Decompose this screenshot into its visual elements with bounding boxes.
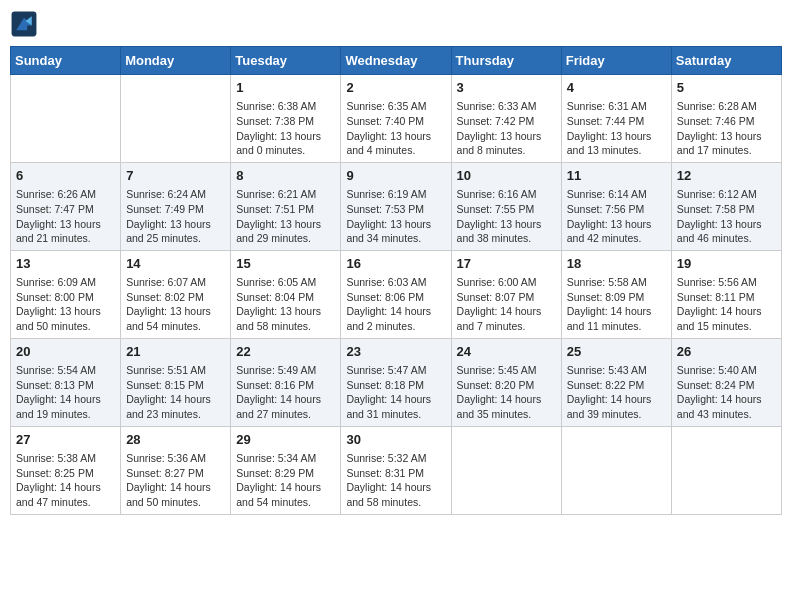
day-number: 25 <box>567 343 666 361</box>
day-number: 22 <box>236 343 335 361</box>
day-info: Sunrise: 6:03 AM <box>346 275 445 290</box>
weekday-header-friday: Friday <box>561 47 671 75</box>
calendar-cell: 27Sunrise: 5:38 AMSunset: 8:25 PMDayligh… <box>11 426 121 514</box>
day-info: Daylight: 14 hours and 43 minutes. <box>677 392 776 421</box>
day-number: 5 <box>677 79 776 97</box>
day-info: Daylight: 13 hours and 34 minutes. <box>346 217 445 246</box>
day-info: Sunrise: 6:19 AM <box>346 187 445 202</box>
day-info: Sunrise: 6:33 AM <box>457 99 556 114</box>
logo-icon <box>10 10 38 38</box>
day-number: 9 <box>346 167 445 185</box>
day-number: 14 <box>126 255 225 273</box>
day-number: 1 <box>236 79 335 97</box>
day-info: Daylight: 14 hours and 27 minutes. <box>236 392 335 421</box>
weekday-header-row: SundayMondayTuesdayWednesdayThursdayFrid… <box>11 47 782 75</box>
day-info: Sunset: 7:53 PM <box>346 202 445 217</box>
calendar-cell: 11Sunrise: 6:14 AMSunset: 7:56 PMDayligh… <box>561 162 671 250</box>
calendar-cell: 5Sunrise: 6:28 AMSunset: 7:46 PMDaylight… <box>671 75 781 163</box>
day-info: Sunrise: 6:35 AM <box>346 99 445 114</box>
day-info: Sunrise: 6:00 AM <box>457 275 556 290</box>
day-info: Sunset: 8:04 PM <box>236 290 335 305</box>
day-number: 18 <box>567 255 666 273</box>
day-info: Daylight: 13 hours and 46 minutes. <box>677 217 776 246</box>
day-info: Sunset: 7:47 PM <box>16 202 115 217</box>
day-info: Sunrise: 5:40 AM <box>677 363 776 378</box>
day-info: Sunrise: 6:24 AM <box>126 187 225 202</box>
day-number: 6 <box>16 167 115 185</box>
day-info: Sunrise: 5:58 AM <box>567 275 666 290</box>
calendar-cell: 10Sunrise: 6:16 AMSunset: 7:55 PMDayligh… <box>451 162 561 250</box>
weekday-header-tuesday: Tuesday <box>231 47 341 75</box>
calendar-cell: 21Sunrise: 5:51 AMSunset: 8:15 PMDayligh… <box>121 338 231 426</box>
day-info: Sunrise: 6:28 AM <box>677 99 776 114</box>
calendar-cell: 7Sunrise: 6:24 AMSunset: 7:49 PMDaylight… <box>121 162 231 250</box>
week-row-1: 1Sunrise: 6:38 AMSunset: 7:38 PMDaylight… <box>11 75 782 163</box>
day-info: Daylight: 14 hours and 23 minutes. <box>126 392 225 421</box>
day-info: Sunset: 8:24 PM <box>677 378 776 393</box>
calendar-cell: 18Sunrise: 5:58 AMSunset: 8:09 PMDayligh… <box>561 250 671 338</box>
calendar-cell: 3Sunrise: 6:33 AMSunset: 7:42 PMDaylight… <box>451 75 561 163</box>
calendar-cell: 14Sunrise: 6:07 AMSunset: 8:02 PMDayligh… <box>121 250 231 338</box>
day-info: Daylight: 14 hours and 47 minutes. <box>16 480 115 509</box>
day-info: Sunrise: 6:31 AM <box>567 99 666 114</box>
calendar-cell: 30Sunrise: 5:32 AMSunset: 8:31 PMDayligh… <box>341 426 451 514</box>
day-number: 12 <box>677 167 776 185</box>
day-number: 23 <box>346 343 445 361</box>
week-row-2: 6Sunrise: 6:26 AMSunset: 7:47 PMDaylight… <box>11 162 782 250</box>
calendar-cell: 24Sunrise: 5:45 AMSunset: 8:20 PMDayligh… <box>451 338 561 426</box>
day-info: Sunset: 8:22 PM <box>567 378 666 393</box>
weekday-header-monday: Monday <box>121 47 231 75</box>
day-info: Sunrise: 6:38 AM <box>236 99 335 114</box>
calendar-table: SundayMondayTuesdayWednesdayThursdayFrid… <box>10 46 782 515</box>
day-info: Sunset: 7:51 PM <box>236 202 335 217</box>
day-info: Daylight: 13 hours and 8 minutes. <box>457 129 556 158</box>
day-number: 7 <box>126 167 225 185</box>
day-info: Daylight: 13 hours and 42 minutes. <box>567 217 666 246</box>
day-info: Sunrise: 6:21 AM <box>236 187 335 202</box>
calendar-cell <box>561 426 671 514</box>
day-info: Sunset: 8:11 PM <box>677 290 776 305</box>
day-info: Daylight: 14 hours and 7 minutes. <box>457 304 556 333</box>
day-info: Sunset: 7:56 PM <box>567 202 666 217</box>
day-info: Daylight: 14 hours and 54 minutes. <box>236 480 335 509</box>
day-info: Daylight: 14 hours and 2 minutes. <box>346 304 445 333</box>
day-info: Sunset: 8:13 PM <box>16 378 115 393</box>
day-number: 29 <box>236 431 335 449</box>
calendar-cell: 19Sunrise: 5:56 AMSunset: 8:11 PMDayligh… <box>671 250 781 338</box>
day-info: Daylight: 14 hours and 39 minutes. <box>567 392 666 421</box>
day-info: Daylight: 13 hours and 0 minutes. <box>236 129 335 158</box>
day-info: Daylight: 14 hours and 15 minutes. <box>677 304 776 333</box>
day-info: Daylight: 13 hours and 54 minutes. <box>126 304 225 333</box>
calendar-cell: 22Sunrise: 5:49 AMSunset: 8:16 PMDayligh… <box>231 338 341 426</box>
day-info: Sunset: 7:44 PM <box>567 114 666 129</box>
day-number: 21 <box>126 343 225 361</box>
calendar-cell: 23Sunrise: 5:47 AMSunset: 8:18 PMDayligh… <box>341 338 451 426</box>
day-info: Sunrise: 6:26 AM <box>16 187 115 202</box>
day-number: 28 <box>126 431 225 449</box>
day-number: 20 <box>16 343 115 361</box>
day-info: Sunrise: 5:47 AM <box>346 363 445 378</box>
day-number: 26 <box>677 343 776 361</box>
calendar-cell <box>451 426 561 514</box>
calendar-cell: 20Sunrise: 5:54 AMSunset: 8:13 PMDayligh… <box>11 338 121 426</box>
day-info: Sunrise: 6:05 AM <box>236 275 335 290</box>
day-number: 17 <box>457 255 556 273</box>
weekday-header-wednesday: Wednesday <box>341 47 451 75</box>
calendar-cell: 4Sunrise: 6:31 AMSunset: 7:44 PMDaylight… <box>561 75 671 163</box>
weekday-header-sunday: Sunday <box>11 47 121 75</box>
calendar-cell: 16Sunrise: 6:03 AMSunset: 8:06 PMDayligh… <box>341 250 451 338</box>
day-info: Daylight: 13 hours and 50 minutes. <box>16 304 115 333</box>
calendar-cell: 26Sunrise: 5:40 AMSunset: 8:24 PMDayligh… <box>671 338 781 426</box>
day-info: Sunrise: 5:51 AM <box>126 363 225 378</box>
day-number: 19 <box>677 255 776 273</box>
day-info: Daylight: 13 hours and 29 minutes. <box>236 217 335 246</box>
day-info: Sunset: 8:07 PM <box>457 290 556 305</box>
day-info: Daylight: 14 hours and 58 minutes. <box>346 480 445 509</box>
day-info: Daylight: 13 hours and 13 minutes. <box>567 129 666 158</box>
week-row-3: 13Sunrise: 6:09 AMSunset: 8:00 PMDayligh… <box>11 250 782 338</box>
day-info: Sunset: 7:49 PM <box>126 202 225 217</box>
logo <box>10 10 42 38</box>
day-info: Sunset: 8:31 PM <box>346 466 445 481</box>
day-number: 10 <box>457 167 556 185</box>
day-info: Sunrise: 5:38 AM <box>16 451 115 466</box>
